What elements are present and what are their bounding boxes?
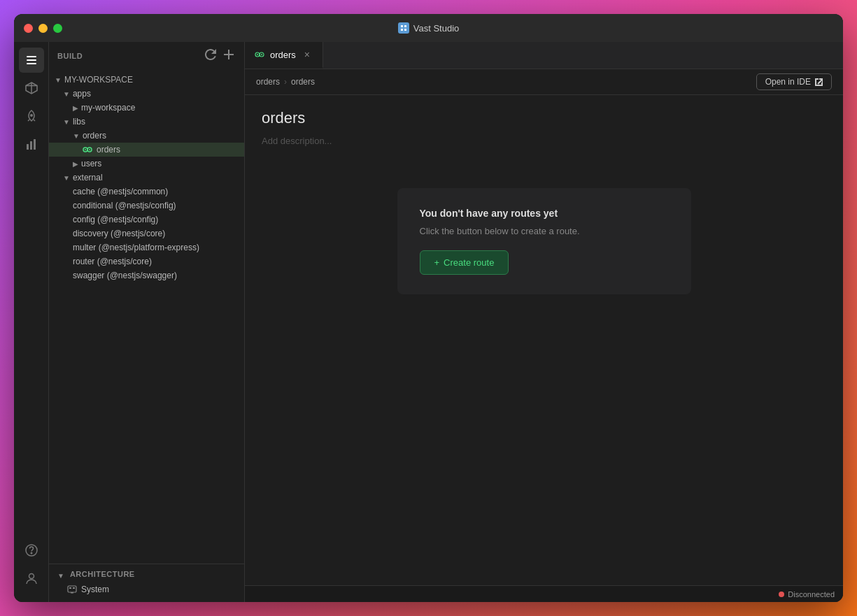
- svg-rect-11: [27, 144, 29, 150]
- svg-rect-6: [27, 59, 36, 61]
- sidebar-item-multer[interactable]: multer (@nestjs/platform-express): [49, 241, 244, 255]
- orders-folder-chevron: ▼: [73, 132, 80, 140]
- create-route-plus-icon: +: [434, 257, 440, 268]
- sidebar-item-orders-folder[interactable]: ▼ orders: [49, 129, 244, 143]
- svg-point-20: [89, 149, 90, 150]
- empty-state-title: You don't have any routes yet: [420, 208, 669, 219]
- app-title-text: Vast Studio: [413, 23, 460, 34]
- svg-rect-2: [404, 25, 406, 27]
- svg-point-19: [85, 149, 86, 150]
- activity-item-deploy[interactable]: [19, 103, 44, 129]
- config-label: config (@nestjs/config): [73, 215, 158, 224]
- page-title: orders: [262, 109, 826, 127]
- activity-item-box[interactable]: [19, 76, 44, 101]
- discovery-label: discovery (@nestjs/core): [73, 229, 165, 238]
- open-in-ide-label: Open in IDE: [765, 77, 811, 87]
- workspace-label: MY-WORKSPACE: [64, 75, 133, 85]
- status-label: Disconnected: [788, 590, 835, 599]
- refresh-button[interactable]: [204, 48, 218, 64]
- sidebar-item-cache[interactable]: cache (@nestjs/common): [49, 185, 244, 199]
- maximize-button[interactable]: [53, 24, 62, 33]
- activity-bar-top: [19, 48, 44, 538]
- my-workspace-chevron: ▶: [73, 104, 78, 112]
- svg-rect-12: [30, 141, 32, 150]
- svg-rect-23: [73, 587, 75, 589]
- sidebar-item-conditional[interactable]: conditional (@nestjs/config): [49, 199, 244, 213]
- breadcrumb-bar: orders › orders Open in IDE: [245, 69, 843, 95]
- svg-rect-0: [399, 24, 408, 32]
- sidebar-item-system[interactable]: System: [57, 582, 236, 596]
- architecture-chevron: ▼: [57, 572, 64, 580]
- activity-item-analytics[interactable]: [19, 131, 44, 157]
- sidebar-item-external[interactable]: ▼ external: [49, 171, 244, 185]
- architecture-header[interactable]: ▼ ARCHITECTURE: [57, 570, 236, 581]
- page-description[interactable]: Add description...: [262, 136, 826, 146]
- sidebar-item-config[interactable]: config (@nestjs/config): [49, 213, 244, 227]
- connection-status: Disconnected: [779, 590, 835, 599]
- architecture-label: ARCHITECTURE: [70, 570, 135, 578]
- sidebar-item-apps[interactable]: ▼ apps: [49, 87, 244, 101]
- activity-bar-bottom: [19, 538, 44, 596]
- breadcrumb-orders-1[interactable]: orders: [256, 77, 280, 87]
- status-dot: [779, 592, 784, 597]
- svg-rect-7: [27, 63, 36, 64]
- svg-point-10: [30, 114, 33, 117]
- sidebar: BUILD ▼: [49, 42, 245, 602]
- build-label: BUILD: [57, 52, 83, 60]
- empty-state-description: Click the button below to create a route…: [420, 226, 669, 236]
- conditional-label: conditional (@nestjs/config): [73, 201, 176, 210]
- orders-folder-label: orders: [83, 131, 106, 141]
- orders-route-label: orders: [97, 145, 120, 155]
- users-label: users: [81, 159, 101, 169]
- sidebar-item-users[interactable]: ▶ users: [49, 157, 244, 171]
- svg-point-28: [261, 54, 262, 55]
- tab-close-button[interactable]: ×: [302, 49, 313, 60]
- sidebar-item-libs[interactable]: ▼ libs: [49, 115, 244, 129]
- close-button[interactable]: [24, 24, 33, 33]
- svg-rect-24: [71, 592, 73, 594]
- sidebar-item-orders-route[interactable]: orders: [49, 143, 244, 157]
- external-link-icon: [815, 78, 823, 86]
- traffic-lights: [24, 24, 62, 33]
- sidebar-header-actions: [204, 48, 236, 64]
- system-label: System: [81, 585, 109, 594]
- libs-chevron: ▼: [63, 118, 70, 126]
- external-chevron: ▼: [63, 174, 70, 182]
- main-content: orders × orders › orders Open in IDE: [245, 42, 843, 602]
- svg-point-15: [31, 552, 32, 554]
- apps-label: apps: [73, 89, 91, 99]
- libs-label: libs: [73, 117, 85, 127]
- activity-item-account[interactable]: [19, 566, 44, 591]
- swagger-label: swagger (@nestjs/swagger): [73, 271, 177, 280]
- activity-item-build[interactable]: [19, 48, 44, 73]
- breadcrumb-separator: ›: [284, 77, 287, 87]
- sidebar-item-discovery[interactable]: discovery (@nestjs/core): [49, 227, 244, 241]
- sidebar-item-swagger[interactable]: swagger (@nestjs/swagger): [49, 268, 244, 282]
- sidebar-content: ▼ MY-WORKSPACE ▼ apps ▶ my-workspace ▼ l…: [49, 70, 244, 564]
- breadcrumb-orders-2[interactable]: orders: [291, 77, 315, 87]
- create-route-button[interactable]: + Create route: [420, 250, 509, 275]
- svg-rect-21: [68, 586, 76, 592]
- tab-bar: orders ×: [245, 42, 843, 69]
- svg-point-27: [257, 54, 258, 55]
- activity-item-help[interactable]: [19, 538, 44, 563]
- breadcrumb: orders › orders: [256, 77, 315, 87]
- svg-rect-22: [69, 587, 71, 589]
- cache-label: cache (@nestjs/common): [73, 187, 168, 196]
- svg-rect-13: [34, 139, 36, 150]
- add-button[interactable]: [222, 48, 236, 64]
- apps-chevron: ▼: [63, 90, 70, 98]
- svg-rect-1: [401, 25, 403, 27]
- tab-orders[interactable]: orders ×: [245, 42, 323, 69]
- minimize-button[interactable]: [38, 24, 48, 33]
- svg-rect-4: [404, 29, 406, 31]
- create-route-label: Create route: [444, 257, 494, 268]
- sidebar-header: BUILD: [49, 42, 244, 70]
- svg-rect-3: [401, 29, 403, 31]
- sidebar-item-router[interactable]: router (@nestjs/core): [49, 255, 244, 268]
- sidebar-item-my-workspace[interactable]: ▶ my-workspace: [49, 101, 244, 115]
- activity-bar: [14, 42, 49, 602]
- workspace-header[interactable]: ▼ MY-WORKSPACE: [49, 73, 244, 87]
- workspace-chevron: ▼: [55, 76, 62, 84]
- open-in-ide-button[interactable]: Open in IDE: [756, 73, 832, 90]
